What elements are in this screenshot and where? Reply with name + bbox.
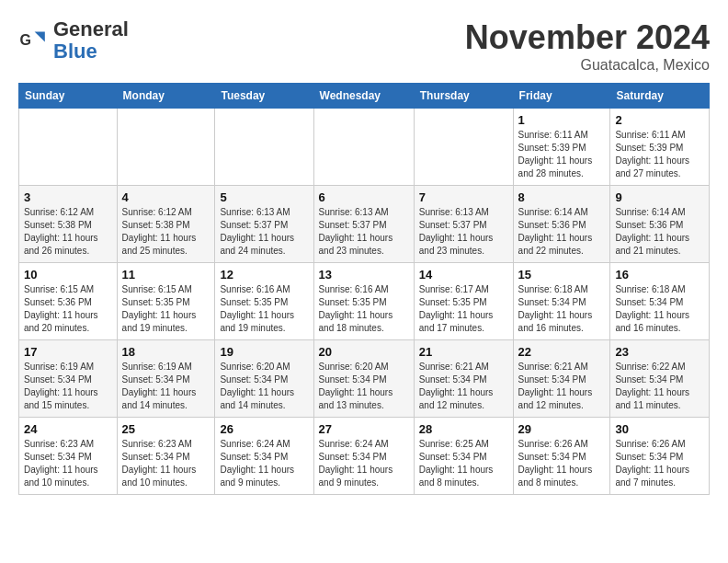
day-header-monday: Monday (117, 84, 215, 109)
day-number: 3 (24, 190, 112, 204)
calendar-cell: 19Sunrise: 6:20 AM Sunset: 5:34 PM Dayli… (215, 340, 313, 418)
week-row-1: 1Sunrise: 6:11 AM Sunset: 5:39 PM Daylig… (19, 109, 710, 186)
week-row-3: 10Sunrise: 6:15 AM Sunset: 5:36 PM Dayli… (19, 263, 710, 340)
calendar-cell (117, 109, 215, 186)
day-info: Sunrise: 6:22 AM Sunset: 5:34 PM Dayligh… (615, 361, 704, 412)
day-number: 29 (518, 422, 606, 436)
calendar-cell: 6Sunrise: 6:13 AM Sunset: 5:37 PM Daylig… (313, 186, 414, 263)
day-info: Sunrise: 6:23 AM Sunset: 5:34 PM Dayligh… (24, 438, 112, 489)
day-info: Sunrise: 6:12 AM Sunset: 5:38 PM Dayligh… (24, 206, 112, 258)
day-info: Sunrise: 6:15 AM Sunset: 5:36 PM Dayligh… (24, 283, 112, 335)
calendar-cell: 4Sunrise: 6:12 AM Sunset: 5:38 PM Daylig… (117, 186, 215, 263)
day-header-wednesday: Wednesday (313, 84, 414, 109)
logo-icon: G (18, 26, 48, 55)
calendar-table: SundayMondayTuesdayWednesdayThursdayFrid… (18, 83, 710, 495)
day-header-friday: Friday (513, 84, 610, 109)
day-header-sunday: Sunday (19, 84, 118, 109)
calendar-cell (313, 109, 414, 186)
day-info: Sunrise: 6:13 AM Sunset: 5:37 PM Dayligh… (419, 206, 508, 258)
location: Guatacalca, Mexico (465, 57, 710, 74)
day-number: 10 (24, 268, 112, 282)
calendar-cell: 20Sunrise: 6:20 AM Sunset: 5:34 PM Dayli… (313, 340, 414, 418)
calendar-cell: 30Sunrise: 6:26 AM Sunset: 5:34 PM Dayli… (610, 418, 710, 495)
week-row-2: 3Sunrise: 6:12 AM Sunset: 5:38 PM Daylig… (19, 186, 710, 263)
day-info: Sunrise: 6:16 AM Sunset: 5:35 PM Dayligh… (319, 283, 409, 335)
calendar-cell (414, 109, 513, 186)
day-info: Sunrise: 6:14 AM Sunset: 5:36 PM Dayligh… (615, 206, 704, 258)
day-info: Sunrise: 6:16 AM Sunset: 5:35 PM Dayligh… (220, 283, 308, 335)
day-info: Sunrise: 6:13 AM Sunset: 5:37 PM Dayligh… (319, 206, 409, 258)
day-info: Sunrise: 6:11 AM Sunset: 5:39 PM Dayligh… (518, 129, 606, 180)
day-info: Sunrise: 6:26 AM Sunset: 5:34 PM Dayligh… (518, 438, 606, 489)
calendar-cell: 3Sunrise: 6:12 AM Sunset: 5:38 PM Daylig… (19, 186, 118, 263)
calendar-cell: 23Sunrise: 6:22 AM Sunset: 5:34 PM Dayli… (610, 340, 710, 418)
calendar-cell (215, 109, 313, 186)
day-number: 15 (518, 268, 606, 282)
day-number: 26 (220, 422, 308, 436)
day-info: Sunrise: 6:12 AM Sunset: 5:38 PM Dayligh… (122, 206, 210, 258)
day-number: 22 (518, 345, 606, 359)
logo: G General Blue (18, 18, 129, 63)
calendar-cell: 26Sunrise: 6:24 AM Sunset: 5:34 PM Dayli… (215, 418, 313, 495)
calendar-cell: 18Sunrise: 6:19 AM Sunset: 5:34 PM Dayli… (117, 340, 215, 418)
day-number: 5 (220, 190, 308, 204)
day-number: 9 (615, 190, 704, 204)
day-info: Sunrise: 6:13 AM Sunset: 5:37 PM Dayligh… (220, 206, 308, 258)
day-number: 23 (615, 345, 704, 359)
calendar-cell: 25Sunrise: 6:23 AM Sunset: 5:34 PM Dayli… (117, 418, 215, 495)
day-number: 4 (122, 190, 210, 204)
day-number: 16 (615, 268, 704, 282)
day-info: Sunrise: 6:17 AM Sunset: 5:35 PM Dayligh… (419, 283, 508, 335)
day-number: 18 (122, 345, 210, 359)
day-info: Sunrise: 6:14 AM Sunset: 5:36 PM Dayligh… (518, 206, 606, 258)
day-number: 7 (419, 190, 508, 204)
calendar-cell: 11Sunrise: 6:15 AM Sunset: 5:35 PM Dayli… (117, 263, 215, 340)
calendar-cell: 21Sunrise: 6:21 AM Sunset: 5:34 PM Dayli… (414, 340, 513, 418)
calendar-cell: 15Sunrise: 6:18 AM Sunset: 5:34 PM Dayli… (513, 263, 610, 340)
day-number: 19 (220, 345, 308, 359)
calendar-cell: 24Sunrise: 6:23 AM Sunset: 5:34 PM Dayli… (19, 418, 118, 495)
calendar-cell (19, 109, 118, 186)
month-title: November 2024 (465, 18, 710, 57)
calendar-cell: 14Sunrise: 6:17 AM Sunset: 5:35 PM Dayli… (414, 263, 513, 340)
day-info: Sunrise: 6:15 AM Sunset: 5:35 PM Dayligh… (122, 283, 210, 335)
calendar-cell: 1Sunrise: 6:11 AM Sunset: 5:39 PM Daylig… (513, 109, 610, 186)
day-number: 30 (615, 422, 704, 436)
day-info: Sunrise: 6:24 AM Sunset: 5:34 PM Dayligh… (319, 438, 409, 489)
calendar-cell: 5Sunrise: 6:13 AM Sunset: 5:37 PM Daylig… (215, 186, 313, 263)
day-info: Sunrise: 6:19 AM Sunset: 5:34 PM Dayligh… (122, 361, 210, 412)
week-row-5: 24Sunrise: 6:23 AM Sunset: 5:34 PM Dayli… (19, 418, 710, 495)
day-info: Sunrise: 6:18 AM Sunset: 5:34 PM Dayligh… (615, 283, 704, 335)
day-info: Sunrise: 6:11 AM Sunset: 5:39 PM Dayligh… (615, 129, 704, 180)
day-header-saturday: Saturday (610, 84, 710, 109)
day-number: 17 (24, 345, 112, 359)
svg-text:G: G (20, 32, 31, 48)
calendar-cell: 29Sunrise: 6:26 AM Sunset: 5:34 PM Dayli… (513, 418, 610, 495)
day-info: Sunrise: 6:19 AM Sunset: 5:34 PM Dayligh… (24, 361, 112, 412)
day-info: Sunrise: 6:25 AM Sunset: 5:34 PM Dayligh… (419, 438, 508, 489)
day-info: Sunrise: 6:20 AM Sunset: 5:34 PM Dayligh… (319, 361, 409, 412)
day-number: 8 (518, 190, 606, 204)
page-header: G General Blue November 2024 Guatacalca,… (18, 18, 710, 74)
calendar-cell: 9Sunrise: 6:14 AM Sunset: 5:36 PM Daylig… (610, 186, 710, 263)
day-number: 1 (518, 113, 606, 127)
calendar-cell: 12Sunrise: 6:16 AM Sunset: 5:35 PM Dayli… (215, 263, 313, 340)
day-header-tuesday: Tuesday (215, 84, 313, 109)
day-header-thursday: Thursday (414, 84, 513, 109)
calendar-cell: 27Sunrise: 6:24 AM Sunset: 5:34 PM Dayli… (313, 418, 414, 495)
day-number: 11 (122, 268, 210, 282)
day-info: Sunrise: 6:18 AM Sunset: 5:34 PM Dayligh… (518, 283, 606, 335)
title-section: November 2024 Guatacalca, Mexico (465, 18, 710, 74)
day-number: 2 (615, 113, 704, 127)
day-number: 21 (419, 345, 508, 359)
calendar-cell: 7Sunrise: 6:13 AM Sunset: 5:37 PM Daylig… (414, 186, 513, 263)
day-number: 20 (319, 345, 409, 359)
calendar-cell: 2Sunrise: 6:11 AM Sunset: 5:39 PM Daylig… (610, 109, 710, 186)
calendar-cell: 10Sunrise: 6:15 AM Sunset: 5:36 PM Dayli… (19, 263, 118, 340)
day-info: Sunrise: 6:21 AM Sunset: 5:34 PM Dayligh… (518, 361, 606, 412)
calendar-cell: 8Sunrise: 6:14 AM Sunset: 5:36 PM Daylig… (513, 186, 610, 263)
day-info: Sunrise: 6:20 AM Sunset: 5:34 PM Dayligh… (220, 361, 308, 412)
calendar-cell: 17Sunrise: 6:19 AM Sunset: 5:34 PM Dayli… (19, 340, 118, 418)
calendar-cell: 13Sunrise: 6:16 AM Sunset: 5:35 PM Dayli… (313, 263, 414, 340)
day-number: 27 (319, 422, 409, 436)
